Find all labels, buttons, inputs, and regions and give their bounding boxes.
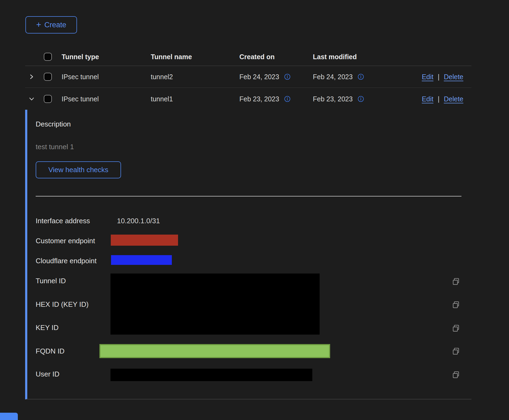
edit-link[interactable]: Edit [422, 73, 433, 81]
row-actions: Edit | Delete [422, 73, 463, 81]
actions-separator: | [438, 95, 440, 103]
last-modified-cell: Feb 23, 2023 [313, 95, 364, 103]
created-on-cell: Feb 24, 2023 [239, 73, 291, 81]
ids-redacted-value [110, 274, 320, 335]
info-icon[interactable] [357, 73, 364, 80]
user-id-redacted-value [110, 369, 312, 381]
tunnel-name-cell: tunnel1 [151, 95, 173, 103]
edit-link[interactable]: Edit [422, 95, 433, 103]
description-value: test tunnel 1 [36, 143, 74, 151]
tunnel-type-cell: IPsec tunnel [62, 95, 99, 103]
info-icon[interactable] [284, 95, 291, 102]
row-checkbox[interactable] [44, 95, 52, 103]
copy-key-id-button[interactable] [452, 324, 460, 333]
table-header-row: Tunnel type Tunnel name Created on Last … [25, 48, 471, 66]
copy-fqdn-id-button[interactable] [452, 347, 460, 356]
customer-endpoint-label: Customer endpoint [36, 237, 95, 245]
select-all-checkbox[interactable] [44, 53, 52, 61]
collapse-chevron-down-icon[interactable] [28, 95, 35, 103]
last-modified-date: Feb 24, 2023 [313, 73, 353, 81]
table-row-tunnel2: IPsec tunnel tunnel2 Feb 24, 2023 Feb 24… [25, 66, 471, 88]
created-on-date: Feb 23, 2023 [239, 95, 279, 103]
expand-chevron-right-icon[interactable] [28, 73, 35, 81]
copy-user-id-button[interactable] [452, 371, 460, 379]
cloudflare-endpoint-redacted-value [111, 255, 172, 265]
chat-widget-corner[interactable] [0, 413, 18, 420]
copy-hex-id-button[interactable] [452, 301, 460, 309]
delete-link[interactable]: Delete [444, 73, 463, 81]
copy-tunnel-id-button[interactable] [452, 277, 460, 286]
create-button[interactable]: + Create [25, 16, 77, 34]
column-header-tunnel-name: Tunnel name [151, 53, 192, 61]
tunnel-id-label: Tunnel ID [36, 277, 66, 285]
table-row-tunnel1: IPsec tunnel tunnel1 Feb 23, 2023 Feb 23… [25, 88, 471, 110]
info-icon[interactable] [357, 95, 364, 102]
tunnel-name-cell: tunnel2 [151, 73, 173, 81]
column-header-created-on: Created on [239, 53, 275, 61]
fqdn-id-redacted-value [99, 344, 330, 358]
actions-separator: | [438, 73, 440, 81]
key-id-label: KEY ID [36, 324, 59, 332]
user-id-label: User ID [36, 370, 59, 378]
cloudflare-endpoint-label: Cloudflare endpoint [36, 257, 97, 265]
row-checkbox[interactable] [44, 73, 52, 81]
create-button-label: Create [44, 21, 66, 29]
info-icon[interactable] [284, 73, 291, 80]
plus-icon: + [36, 20, 41, 29]
description-label: Description [36, 120, 71, 128]
fqdn-id-label: FQDN ID [36, 347, 65, 355]
created-on-date: Feb 24, 2023 [239, 73, 279, 81]
column-header-last-modified: Last modified [313, 53, 357, 61]
customer-endpoint-redacted-value [111, 235, 178, 246]
hex-id-label: HEX ID (KEY ID) [36, 300, 89, 309]
last-modified-cell: Feb 24, 2023 [313, 73, 364, 81]
interface-address-value: 10.200.1.0/31 [117, 217, 160, 225]
last-modified-date: Feb 23, 2023 [313, 95, 353, 103]
row-actions: Edit | Delete [422, 95, 463, 103]
delete-link[interactable]: Delete [444, 95, 463, 103]
created-on-cell: Feb 23, 2023 [239, 95, 291, 103]
view-health-checks-button[interactable]: View health checks [36, 161, 121, 178]
interface-address-label: Interface address [36, 217, 90, 225]
section-divider [36, 196, 461, 196]
tunnel-type-cell: IPsec tunnel [62, 73, 99, 81]
expanded-tunnel-panel: Description test tunnel 1 View health ch… [25, 110, 471, 399]
column-header-tunnel-type: Tunnel type [62, 53, 99, 61]
